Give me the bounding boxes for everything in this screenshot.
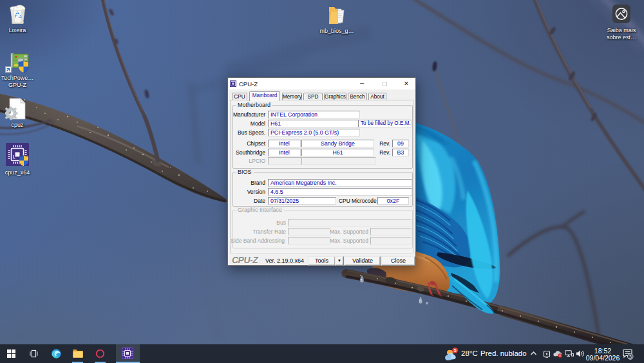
svg-text:3: 3	[629, 354, 632, 360]
svg-text:5: 5	[453, 348, 456, 353]
